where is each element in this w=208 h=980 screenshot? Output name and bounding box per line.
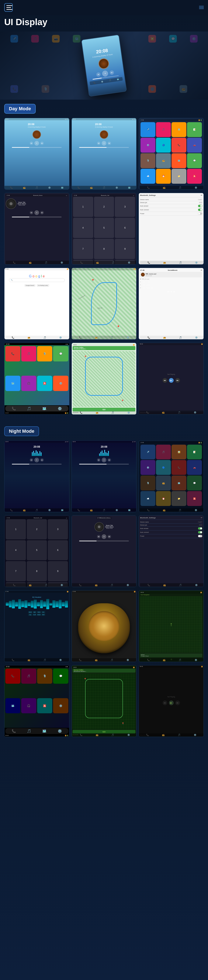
call-key-3[interactable]: 3 <box>115 197 135 217</box>
night-bt-auto-answer[interactable]: Auto answer <box>140 527 202 530</box>
track-item-2[interactable]: 2 华乐_02.mp3 <box>140 284 202 287</box>
night-app-7[interactable]: 📞 <box>172 460 186 475</box>
bt-auto-connect-row[interactable]: Auto connect <box>140 208 202 212</box>
iphone-maps[interactable]: 🗺️ <box>5 376 20 391</box>
night-auto-answer-toggle[interactable] <box>198 527 202 530</box>
day-play-2[interactable]: ⏸ <box>102 141 106 146</box>
night-iphone-settings[interactable]: ⚙️ <box>53 698 68 713</box>
night-iphone-store[interactable]: 🅰️ <box>37 698 52 713</box>
app-messages[interactable]: 💬 <box>187 153 202 168</box>
call-key-6[interactable]: 6 <box>115 218 135 238</box>
night-call-6[interactable]: 6 <box>48 540 68 560</box>
night-call-2[interactable]: 2 <box>27 519 47 539</box>
night-power-toggle[interactable] <box>198 535 202 537</box>
day-next-1[interactable]: ⏭ <box>40 142 44 145</box>
app-bt[interactable]: 🔵 <box>156 138 171 153</box>
app-vehiclecar[interactable]: 🚗 <box>187 138 202 153</box>
eq-setting-2[interactable]: MID <box>33 611 36 613</box>
np-play[interactable]: ▶ <box>169 378 173 383</box>
app-radio[interactable]: 📻 <box>156 153 171 168</box>
call-key-9[interactable]: 9 <box>115 239 135 259</box>
night-iphone-pods[interactable]: 🎧 <box>21 698 36 713</box>
night-call-7[interactable]: 7 <box>6 561 26 581</box>
night-prev-2[interactable]: ⏮ <box>97 458 100 462</box>
app-music[interactable]: 🎵 <box>156 122 171 137</box>
iphone-appstore[interactable]: 🅰️ <box>37 376 52 391</box>
night-app-6[interactable]: 🔵 <box>156 460 171 475</box>
menu-button[interactable] <box>4 3 13 12</box>
eq-setting-1[interactable]: BASS <box>28 611 32 613</box>
night-dock-maps[interactable]: 🗺️ <box>42 729 46 733</box>
night-call-5[interactable]: 5 <box>27 540 47 560</box>
iphone-music-app[interactable]: 🎵 <box>21 346 36 361</box>
night-app-13[interactable]: ☁️ <box>140 491 155 506</box>
iphone-podcast2[interactable]: 🎧 <box>21 376 36 391</box>
auto-connect-toggle[interactable] <box>198 208 202 211</box>
iphone-messages[interactable]: 💬 <box>53 346 68 361</box>
night-iphone-maps[interactable]: 🗺️ <box>5 698 20 713</box>
night-bt-power[interactable]: Power <box>140 534 202 538</box>
dock-maps[interactable]: 🗺️ <box>42 407 46 410</box>
google-lucky-button[interactable]: I'm Feeling Lucky <box>37 284 49 287</box>
app-phone[interactable]: 📞 <box>172 138 186 153</box>
night-app-9[interactable]: 🎙️ <box>140 476 155 490</box>
night-app-10[interactable]: 📻 <box>156 476 171 490</box>
google-search-bar[interactable]: 🔍 <box>9 278 65 282</box>
eq-setting-5[interactable]: EQ <box>28 614 32 616</box>
app-store[interactable]: 🅰️ <box>187 169 202 184</box>
power-toggle[interactable] <box>198 212 202 215</box>
night-np-prev[interactable]: ⏮ <box>162 700 167 705</box>
iphone-podcast[interactable]: 🎙️ <box>37 346 52 361</box>
hero-prev-btn[interactable]: ⏮ <box>96 72 101 77</box>
dock-music[interactable]: 🎵 <box>27 407 31 410</box>
night-app-5[interactable]: ⚙️ <box>140 460 155 475</box>
app-podcast[interactable]: 🎙️ <box>140 153 155 168</box>
app-notes[interactable]: 📝 <box>187 122 202 137</box>
night-iphone-music[interactable]: 🎵 <box>21 668 36 684</box>
social-prev[interactable]: ⏮ <box>167 291 169 293</box>
call-key-7[interactable]: 7 <box>73 239 93 259</box>
night-call-1[interactable]: 1 <box>6 519 26 539</box>
night-app-16[interactable]: 🅰️ <box>187 491 202 506</box>
app-files[interactable]: 📁 <box>172 169 186 184</box>
app-settings-1[interactable]: ⚙️ <box>140 138 155 153</box>
bt-power-row[interactable]: Power <box>140 212 202 216</box>
np-prev[interactable]: ⏮ <box>162 378 167 383</box>
app-telegram[interactable]: ✈️ <box>140 122 155 137</box>
hero-play-btn[interactable]: ⏸ <box>102 70 109 77</box>
night-next-2[interactable]: ⏭ <box>108 458 111 462</box>
social-next[interactable]: ⏭ <box>173 291 175 293</box>
night-auto-connect-toggle[interactable] <box>198 531 202 533</box>
bt-play[interactable]: ⏸ <box>35 210 39 215</box>
night-app-1[interactable]: ✈️ <box>140 445 155 460</box>
night-next-1[interactable]: ⏭ <box>40 458 44 462</box>
eq-setting-3[interactable]: HIGH <box>37 611 41 613</box>
eq-setting-8[interactable]: POP <box>41 614 45 616</box>
day-prev-1[interactable]: ⏮ <box>30 142 33 145</box>
night-call-3[interactable]: 3 <box>48 519 68 539</box>
np-next[interactable]: ⏭ <box>175 378 180 383</box>
call-key-5[interactable]: 5 <box>94 218 114 238</box>
night-app-4[interactable]: 📝 <box>187 445 202 460</box>
auto-answer-toggle[interactable] <box>198 205 202 207</box>
night-np-play[interactable]: ▶ <box>169 700 173 705</box>
night-call-4[interactable]: 4 <box>6 540 26 560</box>
google-search-button[interactable]: Google Search <box>24 284 35 287</box>
night-app-14[interactable]: ⏰ <box>156 491 171 506</box>
dock-settings[interactable]: ⚙️ <box>58 407 62 410</box>
night-play-1[interactable]: ⏸ <box>35 458 39 462</box>
night-dock-phone[interactable]: 📞 <box>12 729 16 733</box>
app-clock[interactable]: ⏰ <box>156 169 171 184</box>
bt-auto-answer-row[interactable]: Auto answer <box>140 204 202 208</box>
night-bt-auto-connect[interactable]: Auto connect <box>140 530 202 534</box>
day-prev-2[interactable]: ⏮ <box>97 142 100 145</box>
hero-next-btn[interactable]: ⏭ <box>110 70 114 75</box>
night-dock-settings[interactable]: ⚙️ <box>58 729 62 733</box>
night-bt-next[interactable]: ⏭ <box>108 535 111 538</box>
iphone-settings[interactable]: ⚙️ <box>53 376 68 391</box>
night-iphone-podcast[interactable]: 🎙️ <box>37 668 52 684</box>
app-nav[interactable]: 🗺️ <box>172 153 186 168</box>
eq-setting-7[interactable]: ROCK <box>37 614 41 616</box>
night-play-2[interactable]: ⏸ <box>102 458 106 462</box>
track-item-3[interactable]: 3 华乐_zhanhe.mp3 <box>140 287 202 290</box>
